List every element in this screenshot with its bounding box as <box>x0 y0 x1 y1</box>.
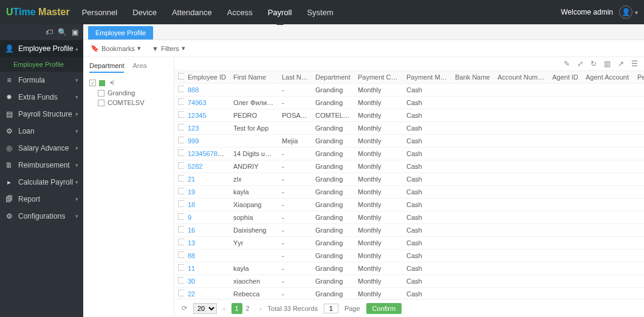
employee-id-link[interactable]: 13 <box>188 239 195 247</box>
row-checkbox[interactable] <box>178 111 184 118</box>
employee-id-link[interactable]: 5282 <box>188 163 202 170</box>
col-last-name[interactable]: Last Name <box>278 71 312 84</box>
col-personnel-id[interactable]: Personnel ID <box>634 71 644 84</box>
bookmarks-button[interactable]: 🔖Bookmarks▾ <box>91 44 141 52</box>
table-row[interactable]: 9sophia-GrandingMonthlyCash✎ <box>174 211 644 224</box>
nav-device[interactable]: Device <box>132 1 157 24</box>
collapse-icon[interactable]: ▣ <box>72 28 78 36</box>
settings-icon[interactable]: ☰ <box>631 60 638 68</box>
nav-access[interactable]: Access <box>227 1 253 24</box>
col-payment-mode[interactable]: Payment Mode <box>403 71 451 84</box>
pager-refresh-icon[interactable]: ⟳ <box>182 304 187 312</box>
row-checkbox[interactable] <box>178 200 184 207</box>
employee-id-link[interactable]: 12345678901234 <box>188 150 230 157</box>
tag-icon[interactable]: 🏷 <box>46 28 53 36</box>
employee-id-link[interactable]: 22 <box>188 290 195 298</box>
employee-id-link[interactable]: 123 <box>188 124 199 132</box>
employee-id-link[interactable]: 19 <box>188 188 195 196</box>
row-checkbox[interactable] <box>178 226 184 233</box>
col-agent-account[interactable]: Agent Account <box>582 71 634 84</box>
checkbox-icon[interactable]: ✓ <box>89 80 96 86</box>
employee-id-link[interactable]: 18 <box>188 201 195 208</box>
edit-icon[interactable]: ✎ <box>564 60 570 68</box>
row-checkbox[interactable] <box>178 149 184 156</box>
table-row[interactable]: 21zlx-GrandingMonthlyCash✎ <box>174 173 644 186</box>
row-checkbox[interactable] <box>178 137 184 143</box>
nav-payroll[interactable]: Payroll <box>268 1 292 24</box>
user-menu-caret-icon[interactable]: ▾ <box>635 9 638 16</box>
employee-id-link[interactable]: 21 <box>188 176 195 183</box>
col-first-name[interactable]: First Name <box>230 71 278 84</box>
row-checkbox[interactable] <box>178 175 184 182</box>
table-row[interactable]: 18Xiaopang-GrandingMonthlyCash✎ <box>174 199 644 211</box>
row-checkbox[interactable] <box>178 162 184 169</box>
page-2[interactable]: 2 <box>242 303 253 314</box>
table-row[interactable]: 19kayla-GrandingMonthlyCash✎ <box>174 186 644 199</box>
dept-tab-area[interactable]: Area <box>132 62 146 73</box>
sidebar-sub-employee-profile[interactable]: Employee Profile <box>0 57 83 72</box>
prev-page-icon[interactable]: ‹ <box>223 305 225 312</box>
employee-id-link[interactable]: 88 <box>188 252 195 259</box>
sidebar-item-report[interactable]: 🗐Report▾ <box>0 191 83 208</box>
filters-button[interactable]: ▼Filters▾ <box>152 44 185 52</box>
table-row[interactable]: 123Test for AppGrandingMonthlyCash✎ <box>174 122 644 135</box>
sidebar-item-reimbursement[interactable]: 🗎Reimbursement▾ <box>0 157 83 174</box>
checkbox-icon[interactable] <box>98 100 104 106</box>
user-avatar-icon[interactable]: 👤 <box>619 5 632 19</box>
col-payment-cycle[interactable]: Payment Cycle <box>354 71 403 84</box>
employee-id-link[interactable]: 74963 <box>188 99 207 106</box>
table-row[interactable]: 1234567890123414 Digits user ID-Granding… <box>174 148 644 160</box>
row-checkbox[interactable] <box>178 86 184 92</box>
row-checkbox[interactable] <box>178 188 184 194</box>
row-checkbox[interactable] <box>178 264 184 271</box>
dept-tab-department[interactable]: Department <box>89 62 124 73</box>
sidebar-item-employee-profile[interactable]: 👤Employee Profile▴ <box>0 40 83 57</box>
checkbox-icon[interactable] <box>98 90 104 97</box>
page-1[interactable]: 1 <box>231 303 242 314</box>
row-checkbox[interactable] <box>178 98 184 105</box>
sidebar-item-loan[interactable]: ⚙Loan▾ <box>0 123 83 140</box>
table-row[interactable]: 888-GrandingMonthlyCash✎ <box>174 84 644 97</box>
refresh-icon[interactable]: ↻ <box>591 60 597 68</box>
dept-tree-node[interactable]: Granding <box>87 88 170 98</box>
sidebar-item-calculate-payroll[interactable]: ▸Calculate Payroll▾ <box>0 174 83 191</box>
col-bank-name[interactable]: Bank Name <box>451 71 494 84</box>
col-agent-id[interactable]: Agent ID <box>549 71 582 84</box>
row-checkbox[interactable] <box>178 290 184 296</box>
row-checkbox[interactable] <box>178 239 184 245</box>
col-employee-id[interactable]: Employee ID <box>184 71 230 84</box>
sidebar-item-extra-funds[interactable]: ✸Extra Funds▾ <box>0 89 83 106</box>
row-checkbox[interactable] <box>178 251 184 258</box>
row-checkbox[interactable] <box>178 124 184 131</box>
table-row[interactable]: 30xiaochen-GrandingMonthlyCash✎ <box>174 275 644 288</box>
employee-id-link[interactable]: 9 <box>188 214 191 221</box>
employee-id-link[interactable]: 888 <box>188 86 199 94</box>
table-row[interactable]: 88-GrandingMonthlyCash✎ <box>174 250 644 262</box>
nav-system[interactable]: System <box>307 1 333 24</box>
sidebar-item-configurations[interactable]: ⚙Configurations▾ <box>0 208 83 225</box>
table-row[interactable]: 999MejiaGrandingMonthlyCash✎ <box>174 135 644 148</box>
employee-id-link[interactable]: 11 <box>188 265 195 272</box>
dept-tree-node[interactable]: COMTELSV <box>87 98 170 107</box>
page-input[interactable] <box>324 304 338 313</box>
row-checkbox[interactable] <box>178 213 184 220</box>
page-size-select[interactable]: 20 <box>193 303 217 314</box>
table-row[interactable]: 22Rebecca-GrandingMonthlyCash✎ <box>174 288 644 299</box>
table-row[interactable]: 16Daixisheng-GrandingMonthlyCash✎ <box>174 224 644 237</box>
columns-icon[interactable]: ▥ <box>604 60 611 68</box>
sidebar-item-salary-advance[interactable]: ◎Salary Advance▾ <box>0 140 83 157</box>
select-all-checkbox[interactable] <box>178 73 184 80</box>
table-row[interactable]: 11kayla-GrandingMonthlyCash✎ <box>174 262 644 275</box>
nav-attendance[interactable]: Attendance <box>172 1 212 24</box>
sidebar-item-payroll-structure[interactable]: ▤Payroll Structure▾ <box>0 106 83 123</box>
table-row[interactable]: 13Yyr-GrandingMonthlyCash✎ <box>174 237 644 250</box>
col-account-number[interactable]: Account Number <box>494 71 549 84</box>
table-row[interactable]: 5282ANDRIY-GrandingMonthlyCash✎ <box>174 160 644 173</box>
row-checkbox[interactable] <box>178 277 184 284</box>
confirm-button[interactable]: Confirm <box>366 303 402 314</box>
table-row[interactable]: 74963Олег Филимонов-GrandingMonthlyCash✎ <box>174 97 644 109</box>
table-row[interactable]: 12345PEDROPOSADACOMTELSVMonthlyCash✎ <box>174 109 644 122</box>
export-icon[interactable]: ↗ <box>618 60 624 68</box>
nav-personnel[interactable]: Personnel <box>82 1 118 24</box>
tab-employee-profile[interactable]: Employee Profile <box>88 26 153 39</box>
